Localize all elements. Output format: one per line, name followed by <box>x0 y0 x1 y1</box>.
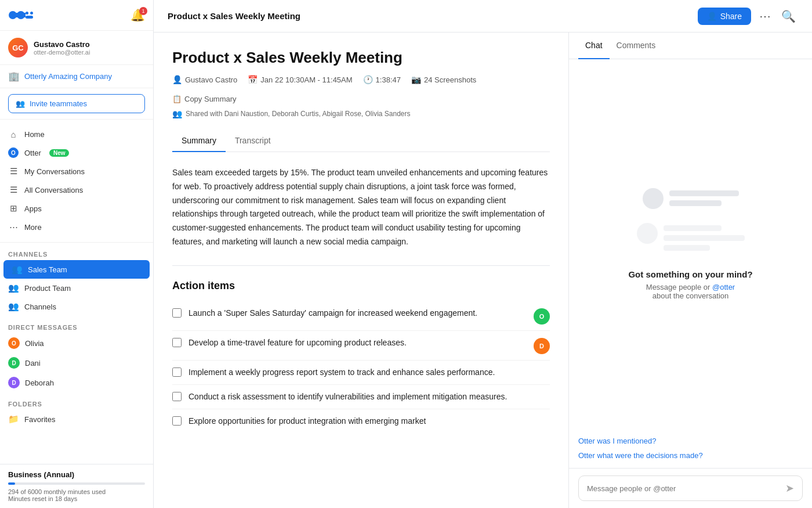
progress-bar-fill <box>8 482 15 485</box>
channels-label: CHANNELS <box>0 243 153 260</box>
channel-item-channels[interactable]: 👥 Channels <box>0 297 153 316</box>
chat-input[interactable] <box>587 484 781 493</box>
invite-section: 👥 Invite teammates <box>0 88 153 120</box>
dm-item-olivia[interactable]: O Olivia <box>0 333 153 353</box>
meta-screenshots: 📷 24 Screenshots <box>411 75 476 84</box>
dm-item-deborah[interactable]: D Deborah <box>0 373 153 392</box>
calendar-icon: 📅 <box>248 75 258 84</box>
chat-input-box: ➤ <box>578 475 803 501</box>
folder-icon: 📁 <box>8 414 19 424</box>
action-items-title: Action items <box>172 280 550 292</box>
user-profile[interactable]: GC Gustavo Castro otter-demo@otter.ai <box>0 31 153 65</box>
chat-prompt-sub1: Message people or <box>646 283 712 291</box>
sidebar-item-otter-label: Otter <box>24 149 41 157</box>
progress-bar-background <box>8 482 145 485</box>
folders-section: FOLDERS 📁 Favorites <box>0 392 153 428</box>
action-checkbox-2[interactable] <box>172 338 182 347</box>
dm-section: DIRECT MESSAGES O Olivia D Dani D Debora… <box>0 316 153 392</box>
channel-item-sales-team[interactable]: 👥 Sales Team <box>3 260 150 279</box>
suggestion-button-1[interactable]: Otter was I mentioned? <box>578 435 803 446</box>
folders-label: FOLDERS <box>0 392 153 410</box>
dm-item-dani[interactable]: D Dani <box>0 353 153 373</box>
action-checkbox-4[interactable] <box>172 392 182 401</box>
sidebar-item-apps-label: Apps <box>24 204 42 213</box>
meeting-title: Product x Sales Weekly Meeting <box>172 49 550 67</box>
action-checkbox-3[interactable] <box>172 368 182 377</box>
sidebar-item-otter[interactable]: O Otter New <box>0 143 153 162</box>
otter-icon: O <box>8 147 19 158</box>
svg-rect-5 <box>26 16 33 19</box>
svg-rect-4 <box>30 12 33 15</box>
sidebar-item-home[interactable]: ⌂ Home <box>0 125 153 143</box>
search-button[interactable]: 🔍 <box>779 7 798 26</box>
folder-item-favorites[interactable]: 📁 Favorites <box>0 410 153 428</box>
copy-summary-button[interactable]: 📋 Copy Summary <box>172 95 237 103</box>
chat-input-area: ➤ <box>569 468 812 508</box>
tab-transcript[interactable]: Transcript <box>226 130 280 152</box>
sidebar-item-all-conversations[interactable]: ☰ All Conversations <box>0 181 153 199</box>
channel-item-product-team[interactable]: 👥 Product Team <box>0 279 153 297</box>
tab-summary[interactable]: Summary <box>172 130 226 152</box>
action-item: Explore opportunities for product integr… <box>172 409 550 433</box>
plan-usage: 294 of 6000 monthly minutes used <box>8 488 145 495</box>
sidebar-item-more[interactable]: ⋯ More <box>0 218 153 236</box>
company-section: 🏢 Otterly Amazing Company <box>0 65 153 88</box>
share-people-icon: 👥 <box>172 109 182 118</box>
more-options-button[interactable]: ⋯ <box>757 7 773 26</box>
invite-teammates-button[interactable]: 👥 Invite teammates <box>8 94 145 113</box>
action-text-2: Develop a time-travel feature for upcomi… <box>188 337 527 349</box>
dm-avatar-olivia: O <box>8 337 20 349</box>
meta-date: 📅 Jan 22 10:30AM - 11:45AM <box>248 75 352 84</box>
sidebar-item-all-conversations-label: All Conversations <box>24 186 83 194</box>
send-button[interactable]: ➤ <box>785 482 794 495</box>
logo[interactable] <box>8 7 36 23</box>
company-name: Otterly Amazing Company <box>24 72 112 81</box>
suggestion-button-2[interactable]: Otter what were the decisions made? <box>578 450 803 461</box>
clock-icon: 🕐 <box>363 75 373 84</box>
sidebar-item-more-label: More <box>24 223 42 232</box>
new-badge: New <box>49 149 70 157</box>
channel-label: Channels <box>24 302 56 311</box>
notification-button[interactable]: 🔔 1 <box>130 8 145 22</box>
dm-label: DIRECT MESSAGES <box>0 316 153 333</box>
main-header: Product x Sales Weekly Meeting 👤 Share ⋯… <box>154 0 812 33</box>
sidebar-item-apps[interactable]: ⊞ Apps <box>0 199 153 218</box>
summary-text: Sales team exceeded targets by 15%. The … <box>172 166 550 249</box>
nav-section: ⌂ Home O Otter New ☰ My Conversations ☰ … <box>0 120 153 243</box>
plan-reset: Minutes reset in 18 days <box>8 495 145 502</box>
chat-empty-state: Got something on your mind? Message peop… <box>569 59 812 428</box>
action-item: Launch a 'Super Sales Saturday' campaign… <box>172 301 550 331</box>
company-icon: 🏢 <box>8 71 20 82</box>
all-conversations-icon: ☰ <box>8 185 19 195</box>
company-button[interactable]: 🏢 Otterly Amazing Company <box>8 71 145 82</box>
sidebar-top: 🔔 1 <box>0 0 153 31</box>
meeting-duration: 1:38:47 <box>376 75 401 84</box>
notification-badge: 1 <box>139 7 147 15</box>
ghost-line <box>664 225 722 231</box>
ghost-avatar <box>643 188 664 209</box>
chat-prompt-title: Got something on your mind? <box>628 269 752 279</box>
sidebar-item-home-label: Home <box>24 130 45 139</box>
chat-tab-chat[interactable]: Chat <box>578 33 610 59</box>
user-info: Gustavo Castro otter-demo@otter.ai <box>34 40 90 56</box>
author-avatar: 👤 <box>172 75 182 84</box>
home-icon: ⌂ <box>8 129 19 139</box>
meta-duration: 🕐 1:38:47 <box>363 75 401 84</box>
main-content: Product x Sales Weekly Meeting 👤 Share ⋯… <box>154 0 812 508</box>
divider <box>172 265 550 266</box>
apps-icon: ⊞ <box>8 203 19 214</box>
channel-label: Product Team <box>24 284 71 293</box>
otter-mention: @otter <box>712 283 735 291</box>
action-item: Implement a weekly progress report syste… <box>172 361 550 385</box>
share-button[interactable]: 👤 Share <box>698 8 751 25</box>
sidebar-item-my-conversations[interactable]: ☰ My Conversations <box>0 162 153 181</box>
meeting-content: Product x Sales Weekly Meeting 👤 Gustavo… <box>154 33 568 508</box>
svg-rect-2 <box>16 13 26 17</box>
action-avatar-1: O <box>534 308 550 325</box>
avatar: GC <box>8 38 28 57</box>
share-icon: 👤 <box>707 12 717 21</box>
action-checkbox-5[interactable] <box>172 416 182 426</box>
chat-tab-comments[interactable]: Comments <box>610 33 663 59</box>
action-checkbox-1[interactable] <box>172 308 182 318</box>
shared-with-text: Shared with Dani Naustion, Deborah Curti… <box>186 110 411 118</box>
